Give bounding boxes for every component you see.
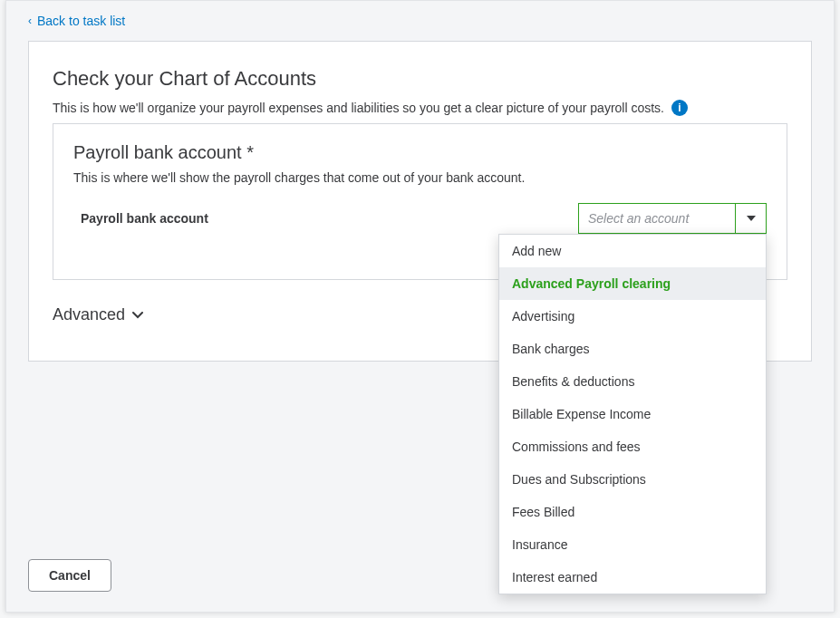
main-card: Check your Chart of Accounts This is how… <box>28 41 812 362</box>
account-option[interactable]: Commissions and fees <box>499 430 766 463</box>
back-link-label: Back to task list <box>37 14 125 28</box>
account-select[interactable]: Select an account <box>578 203 767 234</box>
account-dropdown[interactable]: Add newAdvanced Payroll clearingAdvertis… <box>498 234 767 594</box>
section-title: Payroll bank account * <box>73 142 767 163</box>
info-icon[interactable]: i <box>671 100 688 116</box>
page-description: This is how we'll organize your payroll … <box>53 101 664 115</box>
account-select-placeholder: Select an account <box>579 204 735 233</box>
app-frame: ‹ Back to task list Check your Chart of … <box>5 0 835 613</box>
account-option[interactable]: Dues and Subscriptions <box>499 463 766 496</box>
account-option[interactable]: Interest earned <box>499 561 766 594</box>
payroll-bank-account-field-row: Payroll bank account Select an account A… <box>73 203 767 234</box>
account-option[interactable]: Add new <box>499 235 766 267</box>
chevron-left-icon: ‹ <box>28 15 32 26</box>
account-option[interactable]: Advertising <box>499 300 766 333</box>
page-description-row: This is how we'll organize your payroll … <box>53 100 787 116</box>
payroll-bank-account-section: Payroll bank account * This is where we'… <box>53 123 787 280</box>
account-option[interactable]: Insurance <box>499 528 766 561</box>
payroll-bank-account-label: Payroll bank account <box>81 211 208 226</box>
account-option[interactable]: Billable Expense Income <box>499 398 766 430</box>
chevron-down-icon <box>132 312 143 319</box>
account-select-wrap: Select an account Add newAdvanced Payrol… <box>578 203 767 234</box>
cancel-button[interactable]: Cancel <box>28 559 111 592</box>
chevron-down-icon <box>735 204 766 233</box>
account-option[interactable]: Advanced Payroll clearing <box>499 267 766 300</box>
account-option[interactable]: Bank charges <box>499 333 766 365</box>
advanced-label: Advanced <box>53 305 125 324</box>
page-title: Check your Chart of Accounts <box>53 67 787 91</box>
back-to-task-list-link[interactable]: ‹ Back to task list <box>6 1 125 41</box>
cancel-button-label: Cancel <box>49 568 91 583</box>
account-option[interactable]: Fees Billed <box>499 496 766 528</box>
account-option[interactable]: Benefits & deductions <box>499 365 766 398</box>
section-description: This is where we'll show the payroll cha… <box>73 170 767 185</box>
